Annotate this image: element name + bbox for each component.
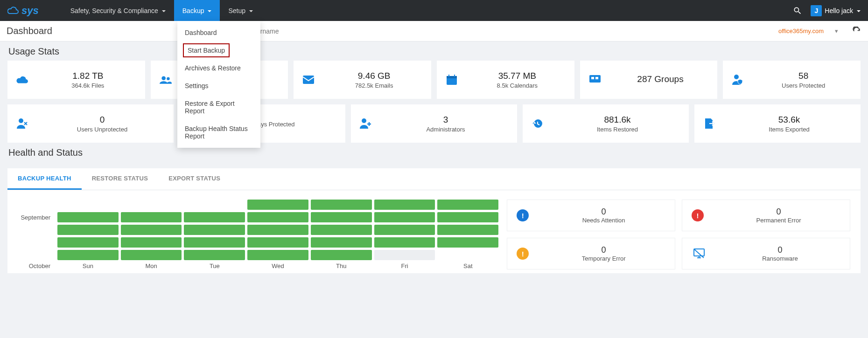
cal-cell[interactable]: [121, 225, 182, 235]
groups-icon: [588, 75, 602, 84]
stat-storage: 1.82 TB364.6k Files: [7, 61, 145, 99]
user-search-input[interactable]: [230, 23, 772, 40]
tab-restore-status[interactable]: RESTORE STATUS: [82, 168, 159, 190]
stat-protected: 58Users Protected: [723, 61, 861, 99]
user-menu[interactable]: J Hello jack: [811, 5, 861, 16]
health-panel: BACKUP HEALTH RESTORE STATUS EXPORT STAT…: [7, 168, 861, 273]
page-title: Dashboard: [7, 26, 52, 36]
usage-stats-title: Usage Stats: [0, 41, 868, 61]
stat-restored: 881.6kItems Restored: [523, 104, 689, 143]
header-bar: Dashboard office365my.com ▾: [0, 21, 868, 41]
health-tabs: BACKUP HEALTH RESTORE STATUS EXPORT STAT…: [7, 168, 861, 190]
stat-unprotected: 0Users Unprotected: [7, 104, 174, 143]
cal-cell[interactable]: [184, 237, 245, 248]
dropdown-start-backup[interactable]: Start Backup: [183, 43, 230, 57]
svg-point-11: [19, 118, 23, 123]
cal-cell[interactable]: [374, 212, 435, 222]
cal-month-sep: September: [18, 214, 55, 221]
cal-cell[interactable]: [437, 200, 498, 210]
cal-cell[interactable]: [247, 212, 308, 222]
tab-backup-health[interactable]: BACKUP HEALTH: [7, 168, 82, 190]
stat-calendars: 35.77 MB8.5k Calendars: [437, 61, 574, 99]
svg-point-0: [161, 76, 166, 80]
cal-cell[interactable]: [121, 250, 182, 260]
user-greeting: Hello jack: [825, 7, 853, 14]
svg-point-13: [362, 118, 366, 123]
user-plus-icon: [358, 118, 373, 129]
svg-rect-2: [303, 76, 314, 84]
cal-cell[interactable]: [311, 200, 372, 210]
tab-export-status[interactable]: EXPORT STATUS: [158, 168, 231, 190]
cal-cell[interactable]: [311, 250, 372, 260]
health-title: Health and Status: [0, 143, 868, 162]
cal-cell[interactable]: [184, 225, 245, 235]
cal-cell[interactable]: [121, 237, 182, 248]
refresh-icon[interactable]: [852, 27, 861, 36]
status-cards: ! 0Needs Attention ! 0Permanent Error ! …: [507, 200, 850, 269]
cal-cell[interactable]: [57, 225, 119, 235]
stat-admins: 3Administrators: [351, 104, 517, 143]
dropdown-dashboard[interactable]: Dashboard: [177, 24, 260, 41]
stat-groups: 287 Groups: [580, 61, 718, 99]
export-icon: [702, 118, 717, 129]
search-icon[interactable]: [793, 6, 802, 15]
svg-rect-6: [454, 75, 455, 77]
brand-text: sys: [21, 5, 39, 17]
cal-cell[interactable]: [374, 225, 435, 235]
nav-backup[interactable]: Backup: [174, 0, 220, 21]
warning-icon: !: [517, 248, 529, 260]
cal-cell[interactable]: [437, 212, 498, 222]
cal-cell[interactable]: [311, 225, 372, 235]
cal-cell[interactable]: [247, 225, 308, 235]
cal-cell[interactable]: [437, 237, 498, 248]
svg-rect-5: [448, 75, 449, 77]
user-x-icon: [15, 118, 30, 129]
users-icon: [158, 75, 173, 84]
user-avatar: J: [811, 5, 822, 16]
cal-cell[interactable]: [184, 250, 245, 260]
nav-safety[interactable]: Safety, Security & Compliance: [62, 0, 174, 21]
cloud-icon: [15, 75, 30, 84]
mail-icon: [301, 76, 316, 84]
svg-rect-8: [591, 77, 594, 79]
main-nav: Safety, Security & Compliance Backup Set…: [62, 0, 261, 21]
svg-rect-7: [589, 75, 601, 83]
stat-exported: 53.6kItems Exported: [694, 104, 861, 143]
cal-cell[interactable]: [184, 212, 245, 222]
stat-emails: 9.46 GB782.5k Emails: [294, 61, 431, 99]
status-permanent-error: ! 0Permanent Error: [682, 200, 850, 231]
dropdown-health-report[interactable]: Backup Health Status Report: [177, 120, 260, 145]
nav-setup[interactable]: Setup: [220, 0, 261, 21]
cal-cell[interactable]: [311, 212, 372, 222]
history-icon: [530, 118, 545, 129]
status-ransomware: 0Ransomware: [682, 238, 850, 269]
monitor-off-icon: [692, 248, 707, 259]
stats-row-2: 0Users Unprotected Days Protected 3Admin…: [0, 104, 868, 143]
cloud-icon: [7, 6, 20, 16]
user-search-wrap: [230, 23, 772, 40]
calendar-icon: [444, 75, 459, 85]
cal-cell[interactable]: [374, 200, 435, 210]
cal-cell[interactable]: [247, 237, 308, 248]
cal-cell[interactable]: [247, 200, 308, 210]
svg-rect-9: [595, 77, 598, 79]
domain-text: office365my.com: [778, 28, 824, 34]
dropdown-restore-report[interactable]: Restore & Export Report: [177, 95, 260, 120]
cal-cell[interactable]: [311, 237, 372, 248]
cal-cell[interactable]: [374, 250, 435, 260]
cal-cell[interactable]: [57, 212, 119, 222]
cal-month-oct: October: [18, 262, 55, 269]
svg-point-1: [167, 77, 170, 81]
cal-cell[interactable]: [57, 250, 119, 260]
domain-select[interactable]: office365my.com ▾: [772, 28, 845, 34]
info-icon: !: [517, 209, 529, 221]
cal-cell[interactable]: [247, 250, 308, 260]
svg-point-10: [734, 75, 739, 79]
dropdown-archives[interactable]: Archives & Restore: [177, 59, 260, 77]
status-temporary-error: ! 0Temporary Error: [507, 238, 675, 269]
cal-cell[interactable]: [437, 225, 498, 235]
cal-cell[interactable]: [374, 237, 435, 248]
cal-cell[interactable]: [57, 237, 119, 248]
dropdown-settings[interactable]: Settings: [177, 77, 260, 95]
cal-cell[interactable]: [121, 212, 182, 222]
